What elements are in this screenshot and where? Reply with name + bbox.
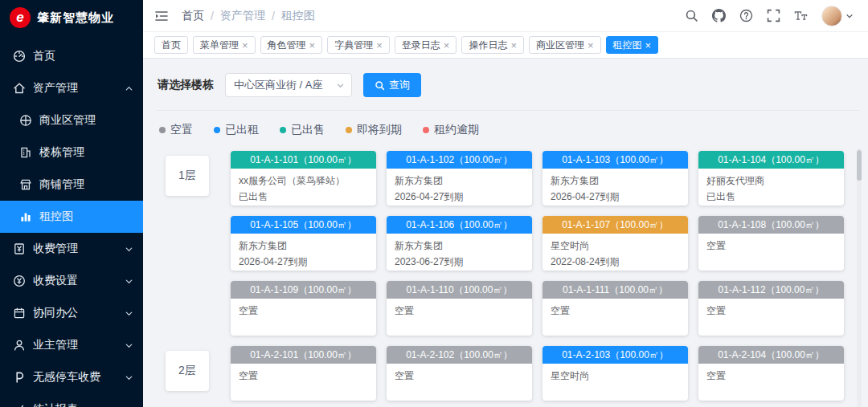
filter-row: 请选择楼栋 中心区商业街 / A座 查询 (156, 73, 860, 111)
tab-label: 角色管理 (268, 39, 306, 52)
unit-card[interactable]: 01-A-1-109（100.00㎡）空置 (231, 281, 376, 336)
tab-district-management[interactable]: 商业区管理× (529, 36, 601, 54)
sidebar-item-building-management[interactable]: 楼栋管理 (0, 136, 143, 169)
sidebar-item-owner-management[interactable]: 业主管理 (0, 329, 143, 361)
app-root: e 肇新智慧物业 首页资产管理商业区管理楼栋管理商铺管理租控图收费管理收费设置协… (0, 0, 868, 407)
sidebar-item-label: 收费设置 (33, 274, 78, 288)
legend-item-sold: 已出售 (280, 123, 325, 137)
sidebar-item-label: 协同办公 (33, 306, 78, 320)
tab-rent-control-map[interactable]: 租控图× (606, 36, 659, 54)
sidebar-item-fee-management[interactable]: 收费管理 (0, 233, 143, 265)
sidebar-item-asset-management[interactable]: 资产管理 (0, 72, 143, 104)
chevron-down-icon (125, 245, 133, 254)
tab-menu-management[interactable]: 菜单管理× (193, 36, 256, 54)
sidebar-item-fee-settings[interactable]: 收费设置 (0, 265, 143, 297)
close-icon[interactable]: × (444, 40, 450, 51)
unit-card[interactable]: 01-A-1-104（100.00㎡）好丽友代理商已出售 (698, 151, 844, 206)
breadcrumb: 首页/资产管理/租控图 (182, 9, 315, 23)
close-icon[interactable]: × (242, 40, 248, 51)
close-icon[interactable]: × (309, 40, 316, 51)
unit-tenant: 空置 (395, 304, 524, 318)
unit-card[interactable]: 01-A-1-108（100.00㎡）空置 (698, 216, 844, 271)
sidebar-item-parking-fee[interactable]: 无感停车收费 (0, 361, 143, 393)
unit-card[interactable]: 01-A-1-101（100.00㎡）xx服务公司（菜鸟驿站）已出售 (231, 151, 376, 206)
tab-label: 租控图 (613, 39, 642, 52)
tab-dict-management[interactable]: 字典管理× (327, 36, 390, 54)
unit-expiry: 2026-04-27到期 (395, 190, 524, 204)
chevron-up-icon (125, 84, 133, 93)
sidebar-item-district-management[interactable]: 商业区管理 (0, 104, 143, 136)
tab-role-management[interactable]: 角色管理× (260, 36, 323, 54)
unit-grid: 01-A-1-101（100.00㎡）xx服务公司（菜鸟驿站）已出售01-A-1… (231, 151, 844, 336)
unit-card-header: 01-A-1-109（100.00㎡） (231, 281, 376, 299)
unit-expiry: 2023-06-27到期 (395, 255, 524, 269)
unit-card[interactable]: 01-A-1-112（100.00㎡）空置 (698, 281, 844, 336)
legend-dot (280, 127, 286, 133)
query-button[interactable]: 查询 (363, 73, 421, 97)
unit-card[interactable]: 01-A-1-107（100.00㎡）星空时尚2022-08-24到期 (542, 216, 688, 271)
unit-card[interactable]: 01-A-1-105（100.00㎡）新东方集团2026-04-27到期 (231, 216, 376, 271)
sidebar-item-label: 收费管理 (33, 242, 78, 256)
dashboard-icon (13, 50, 26, 63)
tab-label: 商业区管理 (536, 39, 584, 52)
app-logo: e 肇新智慧物业 (0, 0, 143, 35)
close-icon[interactable]: × (510, 40, 517, 51)
menu-fold-icon[interactable] (154, 9, 169, 23)
user-menu[interactable] (821, 6, 854, 26)
unit-card[interactable]: 01-A-1-111（100.00㎡）空置 (542, 281, 688, 336)
sidebar-item-label: 统计报表 (33, 402, 78, 407)
unit-card[interactable]: 01-A-1-110（100.00㎡）空置 (387, 281, 532, 336)
unit-card-header: 01-A-1-110（100.00㎡） (387, 281, 532, 299)
sidebar-item-home[interactable]: 首页 (0, 40, 143, 72)
topbar-actions (685, 6, 854, 26)
tab-login-log[interactable]: 登录日志× (395, 36, 457, 54)
legend-dot (159, 127, 166, 133)
unit-card-body: 空置 (698, 364, 844, 383)
unit-card[interactable]: 01-A-2-102（100.00㎡）空置 (387, 346, 532, 401)
close-icon[interactable]: × (376, 40, 383, 51)
unit-card[interactable]: 01-A-1-102（100.00㎡）新东方集团2026-04-27到期 (387, 151, 532, 206)
sidebar-item-statistics-report[interactable]: 统计报表 (0, 393, 143, 407)
floor-label: 2层 (166, 351, 209, 391)
unit-card-body: 空置 (698, 299, 844, 318)
tab-home[interactable]: 首页 (154, 36, 188, 54)
legend-label: 即将到期 (357, 123, 402, 137)
search-icon[interactable] (685, 9, 698, 22)
parking-icon (13, 371, 26, 384)
chevron-down-icon (125, 277, 133, 286)
help-icon[interactable] (739, 9, 753, 22)
tab-operation-log[interactable]: 操作日志× (461, 36, 524, 54)
sidebar-item-shop-management[interactable]: 商铺管理 (0, 169, 143, 201)
unit-card-header: 01-A-2-101（100.00㎡） (231, 346, 376, 364)
unit-card[interactable]: 01-A-1-106（100.00㎡）新东方集团2023-06-27到期 (387, 216, 532, 271)
fullscreen-icon[interactable] (767, 9, 780, 22)
close-icon[interactable]: × (645, 40, 652, 51)
unit-card-body: 空置 (231, 299, 376, 318)
sidebar-item-collaborative-office[interactable]: 协同办公 (0, 297, 143, 329)
unit-grid: 01-A-2-101（100.00㎡）空置01-A-2-102（100.00㎡）… (231, 346, 844, 401)
scrollbar-thumb[interactable] (857, 150, 862, 181)
tab-label: 操作日志 (469, 39, 507, 52)
unit-card-body: 好丽友代理商已出售 (698, 169, 844, 204)
font-size-icon[interactable] (794, 9, 808, 22)
unit-card[interactable]: 01-A-2-104（100.00㎡）空置 (698, 346, 844, 401)
search-icon (375, 80, 385, 91)
breadcrumb-item[interactable]: 首页 (182, 9, 204, 23)
unit-tenant: 新东方集团 (395, 239, 524, 253)
building-select[interactable]: 中心区商业街 / A座 (225, 73, 352, 97)
close-icon[interactable]: × (588, 40, 594, 51)
unit-card-header: 01-A-1-108（100.00㎡） (698, 216, 844, 234)
topbar: 首页/资产管理/租控图 (143, 0, 868, 32)
unit-card-header: 01-A-1-106（100.00㎡） (387, 216, 532, 234)
unit-card[interactable]: 01-A-1-103（100.00㎡）新东方集团2026-04-27到期 (542, 151, 688, 206)
breadcrumb-item[interactable]: 资产管理 (220, 9, 265, 23)
legend-item-rented: 已出租 (214, 123, 259, 137)
github-icon[interactable] (712, 9, 726, 22)
unit-card[interactable]: 01-A-2-103（100.00㎡）星空时尚 (542, 346, 688, 401)
tab-label: 菜单管理 (200, 39, 239, 52)
tab-label: 登录日志 (402, 39, 440, 52)
unit-tenant: 新东方集团 (551, 174, 680, 188)
sidebar-item-rent-control-map[interactable]: 租控图 (0, 201, 143, 233)
unit-card[interactable]: 01-A-2-101（100.00㎡）空置 (231, 346, 376, 401)
floor-section: 1层01-A-1-101（100.00㎡）xx服务公司（菜鸟驿站）已出售01-A… (166, 151, 868, 336)
